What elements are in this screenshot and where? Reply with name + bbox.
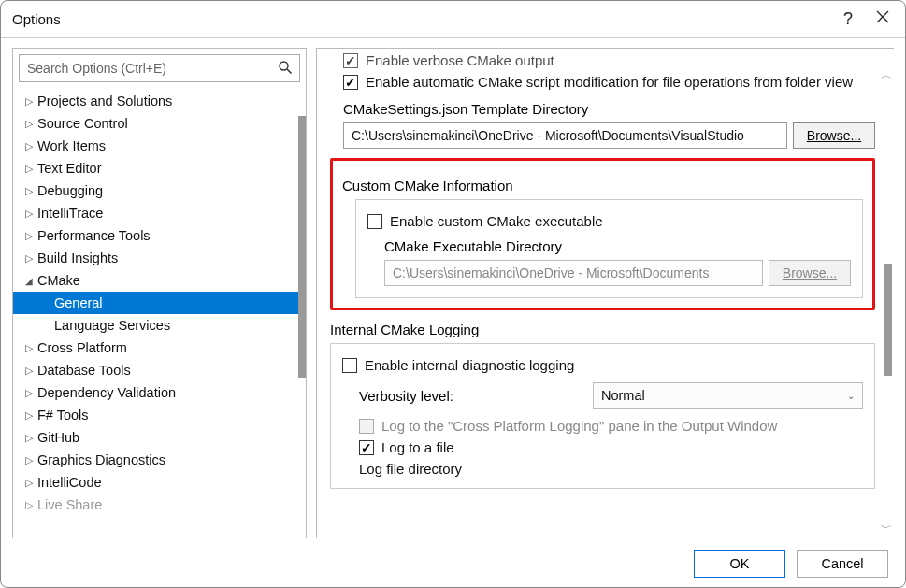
panel-scrollbar[interactable] bbox=[884, 264, 892, 376]
options-tree[interactable]: ▷Projects and Solutions▷Source Control▷W… bbox=[13, 88, 306, 538]
log-file-dir-label: Log file directory bbox=[359, 461, 462, 477]
chevron-down-icon: ⌄ bbox=[847, 391, 855, 401]
tree-item-projects-and-solutions[interactable]: ▷Projects and Solutions bbox=[13, 90, 306, 112]
tree-item-language-services[interactable]: Language Services bbox=[13, 314, 306, 337]
tree-item-build-insights[interactable]: ▷Build Insights bbox=[13, 247, 306, 269]
custom-exe-dir-label: CMake Executable Directory bbox=[384, 238, 851, 254]
label-auto-modification: Enable automatic CMake script modificati… bbox=[366, 74, 853, 90]
help-icon[interactable]: ? bbox=[843, 9, 853, 29]
highlighted-custom-cmake-section: Custom CMake Information Enable custom C… bbox=[330, 158, 875, 310]
tree-expand-icon[interactable]: ▷ bbox=[22, 118, 36, 130]
custom-cmake-section-label: Custom CMake Information bbox=[342, 178, 863, 194]
options-panel: ︿ ﹀ Enable verbose CMake output Enable a… bbox=[316, 48, 894, 538]
logging-section-label: Internal CMake Logging bbox=[330, 322, 875, 337]
svg-line-3 bbox=[287, 69, 292, 74]
tree-item-label: Projects and Solutions bbox=[37, 93, 172, 108]
tree-item-label: IntelliCode bbox=[37, 475, 102, 490]
scroll-down-icon[interactable]: ﹀ bbox=[881, 521, 892, 537]
cancel-button[interactable]: Cancel bbox=[797, 550, 888, 578]
tree-item-live-share[interactable]: ▷Live Share bbox=[13, 494, 306, 516]
custom-exe-browse-button: Browse... bbox=[769, 260, 851, 286]
tree-item-debugging[interactable]: ▷Debugging bbox=[13, 179, 306, 202]
tree-expand-icon[interactable]: ▷ bbox=[22, 387, 36, 399]
template-browse-button[interactable]: Browse... bbox=[793, 122, 875, 149]
tree-item-intellitrace[interactable]: ▷IntelliTrace bbox=[13, 202, 306, 224]
tree-expand-icon[interactable]: ▷ bbox=[22, 95, 36, 108]
tree-collapse-icon[interactable]: ◢ bbox=[22, 276, 36, 286]
tree-item-label: Text Editor bbox=[37, 161, 102, 176]
sidebar-scrollbar[interactable] bbox=[298, 116, 306, 378]
custom-exe-dir-input bbox=[384, 260, 763, 286]
options-sidebar: ▷Projects and Solutions▷Source Control▷W… bbox=[12, 48, 307, 538]
checkbox-log-to-file[interactable] bbox=[359, 440, 374, 455]
label-enable-custom-cmake: Enable custom CMake executable bbox=[390, 213, 603, 229]
window-title: Options bbox=[12, 11, 61, 27]
scroll-up-icon[interactable]: ︿ bbox=[881, 67, 892, 83]
tree-item-cross-platform[interactable]: ▷Cross Platform bbox=[13, 337, 306, 359]
tree-item-database-tools[interactable]: ▷Database Tools bbox=[13, 359, 306, 381]
tree-item-label: Cross Platform bbox=[37, 340, 127, 355]
label-enable-logging: Enable internal diagnostic logging bbox=[365, 357, 574, 373]
tree-item-label: Database Tools bbox=[37, 363, 131, 378]
tree-item-label: Performance Tools bbox=[37, 228, 151, 243]
tree-expand-icon[interactable]: ▷ bbox=[22, 477, 36, 489]
tree-item-label: Live Share bbox=[37, 497, 102, 512]
tree-item-dependency-validation[interactable]: ▷Dependency Validation bbox=[13, 381, 306, 404]
tree-item-label: GitHub bbox=[37, 430, 79, 445]
verbosity-label: Verbosity level: bbox=[359, 388, 593, 404]
tree-expand-icon[interactable]: ▷ bbox=[22, 140, 36, 152]
tree-item-label: Graphics Diagnostics bbox=[37, 452, 165, 467]
tree-item-cmake[interactable]: ◢CMake bbox=[13, 269, 306, 292]
tree-item-label: IntelliTrace bbox=[37, 206, 103, 221]
tree-item-label: F# Tools bbox=[37, 408, 89, 423]
tree-expand-icon[interactable]: ▷ bbox=[22, 365, 36, 377]
tree-item-source-control[interactable]: ▷Source Control bbox=[13, 112, 306, 135]
tree-item-label: Debugging bbox=[37, 183, 103, 198]
label-log-cross-platform: Log to the "Cross Platform Logging" pane… bbox=[381, 418, 777, 434]
tree-item-label: Language Services bbox=[54, 318, 170, 333]
tree-expand-icon[interactable]: ▷ bbox=[22, 230, 36, 242]
checkbox-enable-custom-cmake[interactable] bbox=[367, 214, 382, 229]
tree-item-label: Dependency Validation bbox=[37, 385, 176, 400]
template-dir-label: CMakeSettings.json Template Directory bbox=[343, 101, 875, 117]
tree-item-label: General bbox=[54, 295, 103, 310]
tree-item-github[interactable]: ▷GitHub bbox=[13, 426, 306, 449]
checkbox-verbose-output[interactable] bbox=[343, 53, 358, 68]
tree-item-label: Build Insights bbox=[37, 251, 118, 265]
tree-item-general[interactable]: General bbox=[13, 292, 306, 314]
tree-item-text-editor[interactable]: ▷Text Editor bbox=[13, 157, 306, 179]
tree-item-label: CMake bbox=[37, 273, 80, 288]
ok-button[interactable]: OK bbox=[694, 550, 785, 578]
tree-item-intellicode[interactable]: ▷IntelliCode bbox=[13, 471, 306, 494]
tree-expand-icon[interactable]: ▷ bbox=[22, 185, 36, 197]
titlebar: Options ? bbox=[1, 1, 905, 38]
label-log-to-file: Log to a file bbox=[381, 439, 454, 455]
tree-expand-icon[interactable]: ▷ bbox=[22, 432, 36, 444]
close-icon[interactable] bbox=[875, 9, 890, 29]
checkbox-log-cross-platform bbox=[359, 419, 374, 434]
tree-expand-icon[interactable]: ▷ bbox=[22, 409, 36, 422]
tree-item-label: Work Items bbox=[37, 138, 106, 153]
search-icon[interactable] bbox=[278, 60, 293, 79]
tree-item-label: Source Control bbox=[37, 116, 128, 131]
tree-expand-icon[interactable]: ▷ bbox=[22, 252, 36, 265]
tree-expand-icon[interactable]: ▷ bbox=[22, 454, 36, 466]
tree-item-f-tools[interactable]: ▷F# Tools bbox=[13, 404, 306, 426]
label-verbose-output: Enable verbose CMake output bbox=[366, 52, 554, 68]
tree-item-work-items[interactable]: ▷Work Items bbox=[13, 135, 306, 157]
template-dir-input[interactable] bbox=[343, 122, 787, 149]
svg-point-2 bbox=[280, 62, 288, 70]
tree-item-graphics-diagnostics[interactable]: ▷Graphics Diagnostics bbox=[13, 449, 306, 471]
search-input[interactable] bbox=[19, 54, 300, 82]
dialog-footer: OK Cancel bbox=[1, 538, 905, 588]
tree-expand-icon[interactable]: ▷ bbox=[22, 163, 36, 175]
tree-expand-icon[interactable]: ▷ bbox=[22, 342, 36, 354]
checkbox-enable-logging[interactable] bbox=[342, 358, 357, 373]
verbosity-select[interactable]: Normal ⌄ bbox=[593, 382, 863, 409]
checkbox-auto-modification[interactable] bbox=[343, 75, 358, 90]
tree-item-performance-tools[interactable]: ▷Performance Tools bbox=[13, 224, 306, 247]
tree-expand-icon[interactable]: ▷ bbox=[22, 208, 36, 220]
tree-expand-icon[interactable]: ▷ bbox=[22, 499, 36, 511]
verbosity-value: Normal bbox=[601, 388, 645, 403]
